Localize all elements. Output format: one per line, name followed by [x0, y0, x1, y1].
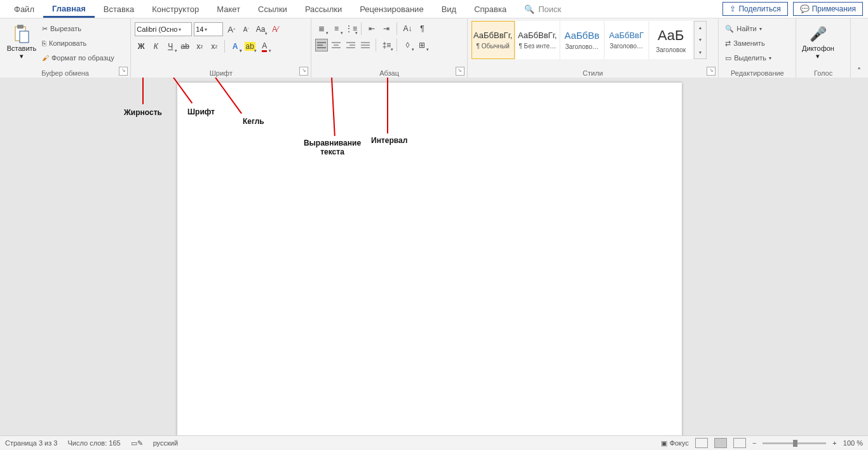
find-label: Найти	[736, 25, 756, 32]
ribbon: Вставить▾ ✂Вырезать ⎘Копировать 🖌Формат …	[0, 18, 868, 79]
tab-references[interactable]: Ссылки	[249, 1, 296, 17]
annotation-line	[387, 78, 388, 133]
subscript-button[interactable]: x2	[193, 40, 206, 53]
focus-mode-button[interactable]: ▣ Фокус	[661, 439, 689, 447]
align-left-button[interactable]	[315, 39, 328, 51]
view-print-button[interactable]	[714, 438, 727, 448]
numbering-button[interactable]: ≡▾	[330, 22, 342, 35]
show-marks-button[interactable]: ¶	[416, 22, 428, 35]
cut-label: Вырезать	[50, 25, 81, 32]
underline-button[interactable]: Ч▾	[164, 40, 177, 53]
zoom-out-button[interactable]: −	[752, 439, 756, 447]
superscript-button[interactable]: x2	[208, 40, 220, 53]
style-gallery-more[interactable]: ▴▾▾	[694, 21, 707, 59]
copy-button[interactable]: ⎘Копировать	[39, 37, 117, 50]
zoom-thumb[interactable]	[793, 440, 797, 447]
callout-align: Выравнивание текста	[297, 139, 367, 156]
style-name: Заголовок	[656, 46, 686, 53]
align-center-button[interactable]	[330, 39, 342, 51]
annotation-line	[142, 78, 144, 104]
increase-indent-button[interactable]: ⇥	[380, 22, 393, 35]
style-name: Заголово…	[609, 43, 643, 50]
svg-rect-1	[17, 25, 24, 29]
tab-review[interactable]: Рецензирование	[351, 1, 432, 17]
line-spacing-button[interactable]: ‡≡▾	[380, 39, 393, 51]
font-name-combo[interactable]: Calibri (Осно▾	[135, 22, 192, 36]
comment-icon: 💬	[800, 4, 810, 13]
replace-button[interactable]: ⇄Заменить	[722, 37, 774, 50]
tab-view[interactable]: Вид	[433, 1, 466, 17]
status-bar: Страница 3 из 3 Число слов: 165 ▭✎ русск…	[0, 435, 868, 450]
paste-button[interactable]: Вставить▾	[4, 20, 39, 65]
strike-button[interactable]: ab	[179, 40, 191, 53]
dictation-button[interactable]: 🎤 Диктофон▾	[800, 20, 836, 65]
tab-mailings[interactable]: Рассылки	[296, 1, 351, 17]
cut-icon: ✂	[42, 25, 48, 33]
comments-button[interactable]: 💬Примечания	[793, 2, 863, 16]
text-effects-button[interactable]: A▾	[229, 40, 241, 53]
format-painter-label: Формат по образцу	[51, 54, 114, 62]
tab-file[interactable]: Файл	[5, 1, 43, 17]
document-workspace: Жирность Шрифт Кегль Выравнивание текста…	[0, 78, 868, 436]
style-heading2[interactable]: АаБбВвГЗаголово…	[605, 21, 648, 59]
decrease-indent-button[interactable]: ⇤	[365, 22, 378, 35]
comments-label: Примечания	[812, 4, 856, 13]
document-page[interactable]	[177, 83, 682, 436]
view-read-button[interactable]	[695, 438, 708, 448]
bullets-button[interactable]: ≣▾	[315, 22, 328, 35]
style-nospacing[interactable]: АаБбВвГг,¶ Без инте…	[516, 21, 559, 59]
format-painter-button[interactable]: 🖌Формат по образцу	[39, 51, 117, 64]
group-editing-title: Редактирование	[722, 69, 792, 78]
cut-button[interactable]: ✂Вырезать	[39, 22, 117, 35]
tab-help[interactable]: Справка	[465, 1, 515, 17]
style-title[interactable]: АаБЗаголовок	[649, 21, 693, 59]
word-count[interactable]: Число слов: 165	[67, 439, 120, 447]
align-right-button[interactable]	[344, 39, 357, 51]
styles-launcher[interactable]: ↘	[707, 67, 715, 76]
find-button[interactable]: 🔍Найти ▾	[722, 22, 774, 35]
font-launcher[interactable]: ↘	[299, 67, 308, 76]
language-status[interactable]: русский	[153, 439, 178, 447]
bold-button[interactable]: Ж	[135, 40, 147, 53]
style-normal[interactable]: АаБбВвГг,¶ Обычный	[471, 21, 515, 59]
italic-button[interactable]: К	[149, 40, 162, 53]
page-status[interactable]: Страница 3 из 3	[5, 439, 57, 447]
search-box[interactable]: 🔍 Поиск	[515, 1, 570, 17]
paste-icon	[13, 25, 31, 43]
shrink-font-button[interactable]: Aˇ	[240, 23, 252, 36]
justify-button[interactable]	[359, 39, 372, 51]
clear-format-button[interactable]: A⁄	[269, 23, 281, 36]
collapse-ribbon-button[interactable]: ˄	[851, 18, 868, 78]
multilevel-button[interactable]: ⋮≡▾	[344, 22, 357, 35]
sort-button[interactable]: A↓	[401, 22, 414, 35]
zoom-in-button[interactable]: +	[832, 439, 836, 447]
change-case-button[interactable]: Aa▾	[254, 23, 267, 36]
borders-button[interactable]: ⊞▾	[416, 39, 428, 51]
clipboard-launcher[interactable]: ↘	[119, 67, 128, 76]
zoom-slider[interactable]	[763, 442, 826, 444]
select-button[interactable]: ▭Выделить ▾	[722, 51, 774, 64]
microphone-icon: 🎤	[809, 25, 827, 43]
view-web-button[interactable]	[733, 438, 746, 448]
font-size-combo[interactable]: 14▾	[194, 22, 223, 36]
share-button[interactable]: ⇪Поделиться	[722, 2, 787, 16]
style-preview: АаБбВвГ	[609, 31, 644, 40]
separator	[361, 22, 362, 35]
dictation-label: Диктофон	[802, 44, 834, 52]
style-heading1[interactable]: АаБбВвЗаголово…	[560, 21, 604, 59]
proofing-icon[interactable]: ▭✎	[131, 439, 143, 447]
shading-button[interactable]: ◊▾	[401, 39, 414, 51]
tab-home[interactable]: Главная	[43, 1, 95, 18]
style-gallery: АаБбВвГг,¶ Обычный АаБбВвГг,¶ Без инте… …	[471, 20, 707, 59]
find-icon: 🔍	[725, 25, 734, 33]
grow-font-button[interactable]: A^	[225, 23, 238, 36]
highlight-button[interactable]: ab▾	[243, 40, 256, 53]
tab-insert[interactable]: Вставка	[95, 1, 143, 17]
tab-design[interactable]: Конструктор	[143, 1, 208, 17]
font-color-button[interactable]: A▾	[258, 40, 271, 53]
zoom-level[interactable]: 100 %	[843, 439, 863, 447]
group-styles: АаБбВвГг,¶ Обычный АаБбВвГг,¶ Без инте… …	[468, 18, 719, 78]
tab-layout[interactable]: Макет	[208, 1, 249, 17]
paragraph-launcher[interactable]: ↘	[456, 67, 465, 76]
share-icon: ⇪	[729, 4, 736, 13]
